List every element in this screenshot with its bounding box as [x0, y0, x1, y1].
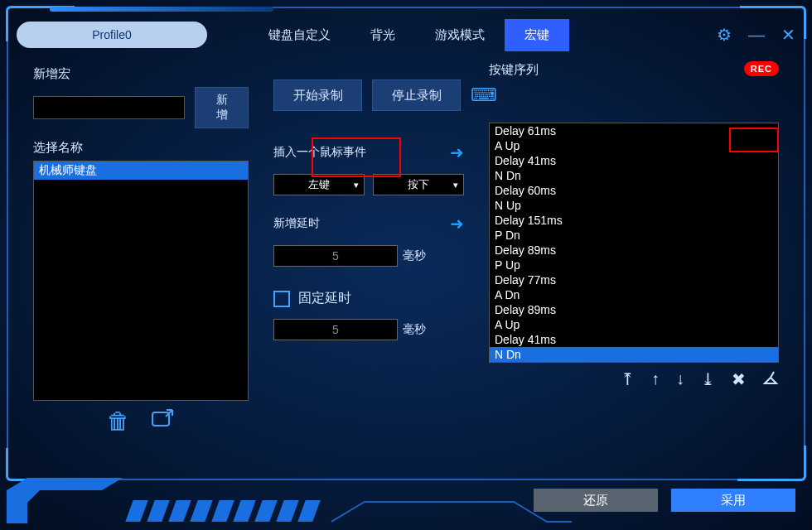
sequence-item[interactable]: Delay 89ms	[490, 243, 778, 258]
tab-keyboard-custom[interactable]: 键盘自定义	[249, 19, 350, 51]
sequence-item[interactable]: P Dn	[490, 228, 778, 243]
fixed-delay-label: 固定延时	[298, 290, 351, 307]
close-icon[interactable]: ✕	[781, 25, 795, 45]
fixed-delay-input[interactable]	[273, 319, 398, 340]
macro-list-item[interactable]: 机械师键盘	[34, 161, 248, 180]
mouse-button-select[interactable]: 左键	[273, 174, 365, 195]
sequence-list[interactable]: Delay 61msA UpDelay 41msN DnDelay 60msN …	[489, 123, 779, 363]
move-down-icon[interactable]: ↓	[676, 369, 684, 390]
sequence-item[interactable]: Delay 151ms	[490, 213, 778, 228]
tab-macro[interactable]: 宏键	[505, 19, 569, 51]
new-macro-label: 新增宏	[33, 66, 249, 82]
tab-backlight[interactable]: 背光	[350, 19, 415, 51]
start-record-button[interactable]: 开始录制	[273, 80, 362, 111]
fixed-delay-unit: 毫秒	[403, 322, 426, 337]
sequence-label: 按键序列	[489, 62, 539, 78]
fixed-delay-checkbox[interactable]	[273, 291, 290, 307]
mouse-action-select[interactable]: 按下	[373, 174, 464, 195]
select-name-label: 选择名称	[33, 140, 249, 156]
profile-selector[interactable]: Profile0	[17, 22, 207, 48]
sequence-item[interactable]: A Up	[490, 138, 778, 153]
sequence-item[interactable]: Delay 61ms	[490, 123, 778, 138]
delete-step-icon[interactable]: ✖	[732, 369, 746, 390]
arrow-right-icon[interactable]: ➜	[450, 214, 464, 234]
sequence-item[interactable]: A Dn	[490, 287, 778, 302]
move-bottom-icon[interactable]: ⤓	[701, 369, 715, 390]
sequence-item[interactable]: Delay 89ms	[490, 302, 778, 317]
settings-icon[interactable]: ⚙	[717, 25, 732, 45]
add-macro-button[interactable]: 新增	[195, 87, 249, 128]
restore-button[interactable]: 还原	[534, 489, 658, 512]
insert-mouse-event-label: 插入一个鼠标事件	[273, 145, 366, 160]
add-delay-unit: 毫秒	[403, 248, 426, 263]
sequence-item[interactable]: Delay 41ms	[490, 153, 778, 168]
add-delay-input[interactable]	[273, 245, 398, 267]
sequence-item[interactable]: N Dn	[490, 347, 778, 362]
minimize-icon[interactable]: —	[748, 26, 765, 45]
stop-record-button[interactable]: 停止录制	[372, 80, 461, 111]
move-up-icon[interactable]: ↑	[651, 369, 660, 390]
rec-badge[interactable]: REC	[744, 61, 779, 76]
delete-macro-icon[interactable]: 🗑	[107, 407, 130, 436]
clear-all-icon[interactable]	[762, 369, 779, 390]
sequence-item[interactable]: A Up	[490, 317, 778, 332]
tab-game-mode[interactable]: 游戏模式	[415, 19, 505, 51]
export-macro-icon[interactable]	[150, 407, 175, 436]
new-macro-input[interactable]	[33, 96, 185, 119]
sequence-item[interactable]: N Up	[490, 198, 778, 213]
macro-list[interactable]: 机械师键盘	[33, 161, 249, 401]
sequence-item[interactable]: Delay 60ms	[490, 183, 778, 198]
move-top-icon[interactable]: ⤒	[621, 369, 635, 390]
sequence-item[interactable]: Delay 61ms	[490, 362, 778, 363]
svg-rect-0	[152, 412, 169, 426]
sequence-item[interactable]: P Up	[490, 258, 778, 272]
sequence-item[interactable]: Delay 77ms	[490, 272, 778, 287]
sequence-item[interactable]: N Dn	[490, 168, 778, 183]
sequence-item[interactable]: Delay 41ms	[490, 332, 778, 347]
arrow-right-icon[interactable]: ➜	[450, 142, 464, 162]
add-delay-label: 新增延时	[273, 216, 320, 231]
apply-button[interactable]: 采用	[671, 489, 795, 512]
main-tabs: 键盘自定义 背光 游戏模式 宏键	[249, 19, 569, 51]
